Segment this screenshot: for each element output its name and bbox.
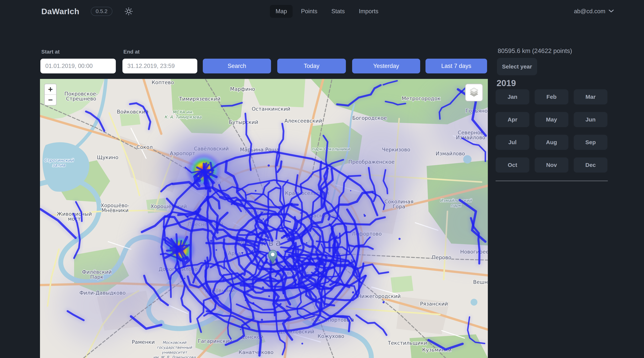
month-grid: JanFebMarAprMayJunJulAugSepOctNovDec [496, 89, 608, 173]
map-label: Тимирязевский [179, 96, 220, 102]
map-label: Рязанский [420, 301, 448, 307]
layers-icon [469, 87, 479, 98]
brand: DaWarIch 0.5.2 [41, 0, 134, 23]
tab-points[interactable]: Points [295, 5, 323, 18]
end-at-label: End at [124, 49, 140, 55]
user-menu[interactable]: ab@cd.com [574, 0, 614, 23]
yesterday-button[interactable]: Yesterday [352, 59, 420, 73]
month-button-may[interactable]: May [535, 112, 568, 127]
today-button[interactable]: Today [277, 59, 346, 73]
map-canvas[interactable]: КоптевоПокровское-СтрешневоТимирязевский… [40, 79, 488, 358]
year-heading: 2019 [496, 78, 516, 88]
tab-stats[interactable]: Stats [326, 5, 350, 18]
map-label: Щукино [97, 154, 118, 160]
select-year-button[interactable]: Select year [497, 58, 537, 75]
month-button-dec[interactable]: Dec [574, 158, 608, 173]
last-7-days-button[interactable]: Last 7 days [426, 59, 487, 73]
map-label: Останкинский [252, 106, 290, 112]
zoom-out-button[interactable]: − [45, 95, 56, 105]
app-window: DaWarIch 0.5.2 MapPointsStatsImports ab@… [0, 0, 644, 358]
month-button-aug[interactable]: Aug [535, 135, 568, 150]
month-button-jan[interactable]: Jan [496, 89, 529, 104]
start-at-label: Start at [41, 49, 60, 55]
user-email: ab@cd.com [574, 8, 605, 15]
month-button-nov[interactable]: Nov [535, 158, 568, 173]
map-label: Коптево [152, 79, 174, 85]
tab-map[interactable]: Map [270, 5, 292, 18]
month-button-jun[interactable]: Jun [574, 112, 608, 127]
search-button[interactable]: Search [203, 59, 271, 73]
distance-stats: 80595.6 km (24622 points) [498, 47, 572, 54]
start-at-input[interactable] [40, 59, 116, 73]
map-container[interactable]: КоптевоПокровское-СтрешневоТимирязевский… [40, 79, 488, 358]
map-label: Раменки [132, 339, 155, 345]
nav-tabs: MapPointsStatsImports [270, 0, 384, 23]
layers-control[interactable] [465, 84, 483, 101]
month-button-sep[interactable]: Sep [574, 135, 608, 150]
month-button-apr[interactable]: Apr [496, 112, 529, 127]
map-label: Вешняки [473, 279, 488, 285]
map-label: Метрогородок [402, 96, 440, 101]
zoom-in-button[interactable]: + [45, 84, 56, 94]
month-button-feb[interactable]: Feb [535, 89, 568, 104]
month-button-oct[interactable]: Oct [496, 158, 529, 173]
map-label: Текстильщики [388, 340, 427, 346]
month-button-jul[interactable]: Jul [496, 135, 529, 150]
sidebar-divider [496, 181, 608, 181]
end-at-input[interactable] [122, 59, 197, 73]
map-label: Хорошёво-Мнёвники [101, 202, 130, 213]
chevron-down-icon [608, 9, 614, 14]
map-label: Покровское-Стрешнево [64, 91, 98, 102]
app-logo[interactable]: DaWarIch [41, 7, 80, 16]
version-badge: 0.5.2 [91, 7, 112, 16]
navbar: DaWarIch 0.5.2 MapPointsStatsImports ab@… [0, 0, 644, 23]
map-label: Марфино [230, 86, 255, 92]
month-button-mar[interactable]: Mar [574, 89, 608, 104]
sun-icon[interactable] [124, 6, 134, 16]
map-label: Алексеевский [284, 118, 322, 124]
map-label: Бутырский [229, 119, 258, 125]
zoom-control: + − [44, 84, 57, 106]
tab-imports[interactable]: Imports [353, 5, 384, 18]
map-label: Сокол [136, 144, 152, 150]
